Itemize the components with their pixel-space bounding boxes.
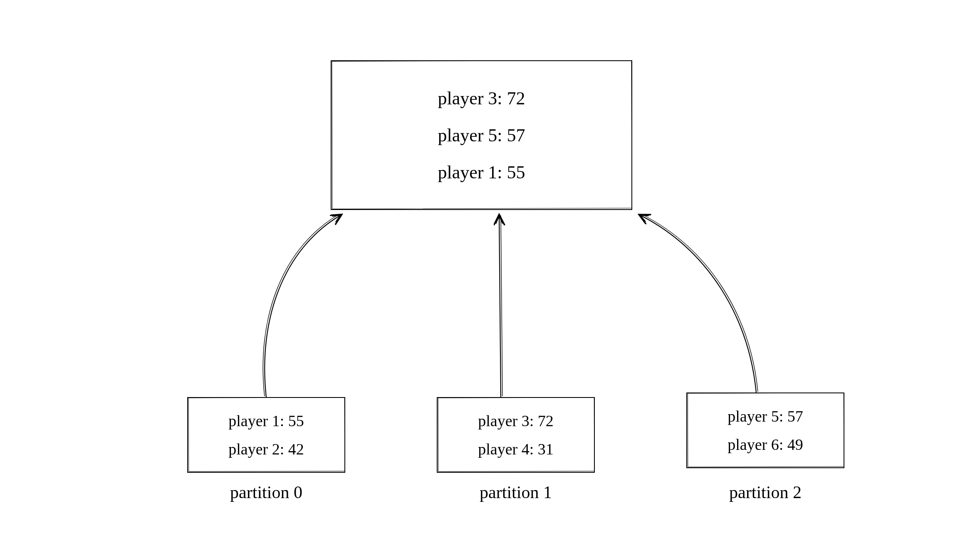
player-score: 57 <box>507 125 525 146</box>
partition-row: player 6: 49 <box>728 435 803 454</box>
player-label: player 4: <box>478 440 534 458</box>
partition-0-caption: partition 0 <box>187 482 345 502</box>
player-label: player 2: <box>228 440 284 458</box>
aggregated-box: player 3: 72 player 5: 57 player 1: 55 <box>331 60 632 210</box>
aggregated-row: player 5: 57 <box>438 125 525 146</box>
player-score: 49 <box>787 436 803 453</box>
player-label: player 5: <box>728 407 783 425</box>
aggregated-row: player 3: 72 <box>438 88 525 109</box>
partition-2-box: player 5: 57 player 6: 49 <box>686 393 844 468</box>
partition-row: player 4: 31 <box>478 440 554 458</box>
partition-row: player 1: 55 <box>228 412 304 430</box>
player-score: 55 <box>288 412 304 430</box>
player-label: player 1: <box>228 412 284 430</box>
player-label: player 5: <box>438 125 502 146</box>
player-label: player 3: <box>438 88 502 109</box>
aggregated-row: player 1: 55 <box>438 162 525 183</box>
partition-1-caption: partition 1 <box>437 482 595 502</box>
player-score: 72 <box>538 412 554 430</box>
partition-0-box: player 1: 55 player 2: 42 <box>187 397 345 473</box>
player-label: player 3: <box>478 412 534 430</box>
player-score: 42 <box>288 440 304 458</box>
partition-row: player 3: 72 <box>478 412 554 430</box>
partition-1-box: player 3: 72 player 4: 31 <box>437 397 595 473</box>
partition-row: player 5: 57 <box>728 407 803 425</box>
player-score: 55 <box>507 162 525 183</box>
player-score: 31 <box>538 440 554 458</box>
player-score: 57 <box>787 407 803 425</box>
diagram-canvas: player 3: 72 player 5: 57 player 1: 55 p… <box>0 0 980 553</box>
partition-2-caption: partition 2 <box>686 482 844 502</box>
player-label: player 1: <box>438 162 502 183</box>
player-score: 72 <box>507 88 525 109</box>
player-label: player 6: <box>728 436 783 453</box>
partition-row: player 2: 42 <box>228 440 304 458</box>
